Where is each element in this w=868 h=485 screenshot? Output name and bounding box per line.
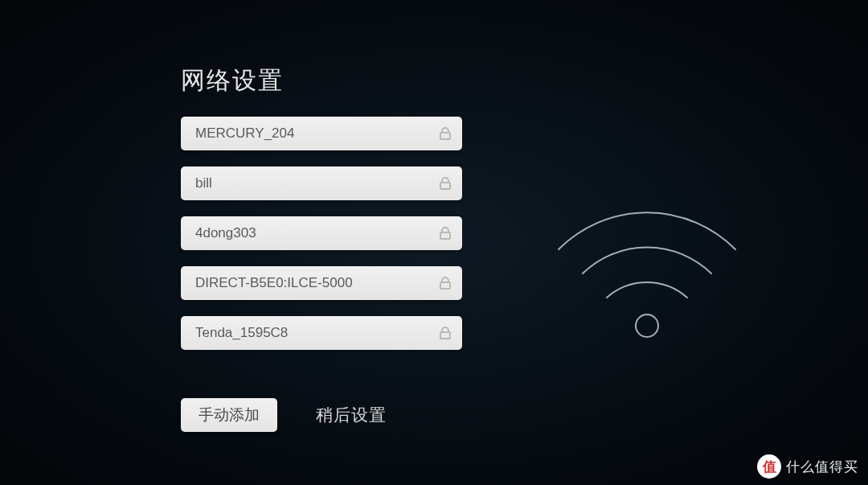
setup-later-button[interactable]: 稍后设置 bbox=[316, 404, 387, 426]
network-name: Tenda_1595C8 bbox=[195, 325, 288, 341]
network-name: 4dong303 bbox=[195, 225, 256, 241]
manual-add-button[interactable]: 手动添加 bbox=[181, 398, 277, 432]
network-item[interactable]: DIRECT-B5E0:ILCE-5000 bbox=[181, 266, 462, 300]
button-row: 手动添加 稍后设置 bbox=[181, 398, 868, 432]
page-title: 网络设置 bbox=[181, 64, 868, 97]
network-item[interactable]: 4dong303 bbox=[181, 216, 462, 250]
network-item[interactable]: Tenda_1595C8 bbox=[181, 316, 462, 350]
network-list: MERCURY_204 bill 4dong303 DIRECT-B5E0:IL… bbox=[181, 117, 868, 350]
wifi-icon bbox=[551, 189, 743, 350]
svg-rect-0 bbox=[440, 133, 450, 139]
svg-rect-3 bbox=[440, 282, 450, 289]
lock-icon bbox=[440, 177, 451, 190]
svg-rect-4 bbox=[440, 332, 450, 339]
svg-point-5 bbox=[636, 314, 658, 337]
watermark-badge-icon: 值 bbox=[757, 454, 781, 479]
network-name: MERCURY_204 bbox=[195, 125, 294, 142]
svg-rect-2 bbox=[440, 232, 450, 239]
network-item[interactable]: MERCURY_204 bbox=[181, 117, 462, 150]
lock-icon bbox=[440, 327, 451, 339]
lock-icon bbox=[440, 127, 451, 140]
svg-rect-1 bbox=[440, 183, 450, 189]
network-name: bill bbox=[195, 175, 212, 191]
network-item[interactable]: bill bbox=[181, 166, 462, 200]
watermark-text: 什么值得买 bbox=[786, 458, 858, 476]
lock-icon bbox=[440, 277, 451, 290]
watermark: 值 什么值得买 bbox=[757, 454, 858, 479]
network-name: DIRECT-B5E0:ILCE-5000 bbox=[195, 275, 353, 291]
lock-icon bbox=[440, 227, 451, 240]
